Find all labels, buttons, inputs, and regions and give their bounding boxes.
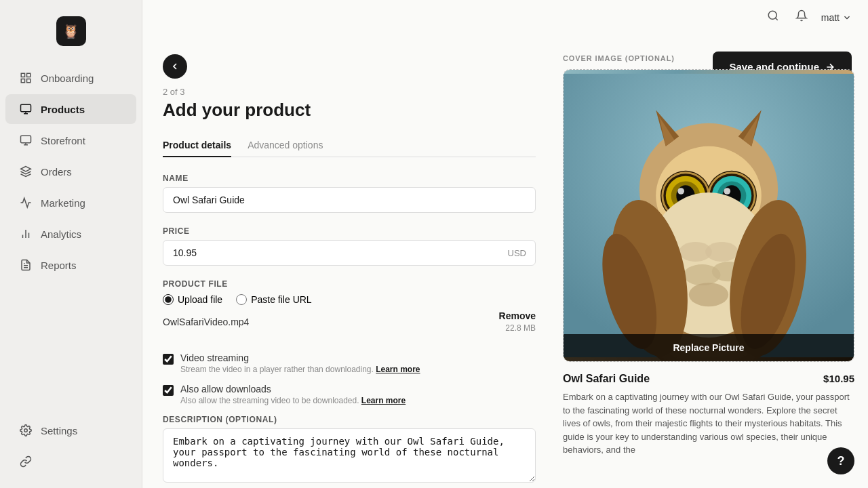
sidebar-item-label: Settings <box>41 425 77 436</box>
svg-point-27 <box>677 188 684 195</box>
price-wrapper: USD <box>163 240 536 266</box>
sidebar-item-label: Storefront <box>41 135 85 146</box>
sidebar: 🦉 Onboarding Products Storefront Orders … <box>0 0 142 488</box>
analytics-icon <box>19 227 33 241</box>
preview-product-price: $10.95 <box>823 373 854 384</box>
main-area: matt 2 of 3 Add your product Save and co… <box>142 0 868 488</box>
video-streaming-option: Video streaming Stream the video in a pl… <box>163 352 536 374</box>
svg-point-38 <box>689 283 728 306</box>
video-streaming-label: Video streaming <box>180 352 420 363</box>
preview-panel: COVER IMAGE (OPTIONAL) <box>556 0 868 488</box>
sidebar-item-label: Reports <box>41 260 77 271</box>
sidebar-item-settings[interactable]: Settings <box>5 415 136 445</box>
marketing-icon <box>19 196 33 209</box>
sidebar-item-label: Products <box>41 104 85 115</box>
sidebar-item-label: Onboarding <box>41 73 94 84</box>
products-icon <box>19 102 33 116</box>
file-size: 22.8 MB <box>505 323 536 333</box>
remove-file-link[interactable]: Remove <box>499 310 536 321</box>
name-group: NAME <box>163 174 536 213</box>
preview-product-name: Owl Safari Guide <box>563 373 650 385</box>
also-allow-option: Also allow downloads Also allow the stre… <box>163 384 536 405</box>
svg-rect-1 <box>21 136 31 143</box>
sidebar-item-orders[interactable]: Orders <box>5 157 136 186</box>
also-allow-checkbox[interactable] <box>163 385 174 396</box>
paste-url-radio[interactable] <box>236 294 247 305</box>
tab-advanced-options[interactable]: Advanced options <box>248 134 323 157</box>
sidebar-item-analytics[interactable]: Analytics <box>5 219 136 249</box>
tabs: Product details Advanced options <box>163 134 536 157</box>
svg-point-28 <box>724 188 730 195</box>
price-input[interactable] <box>163 240 536 266</box>
sidebar-logo: 🦉 <box>0 11 142 62</box>
sidebar-item-label: Marketing <box>41 197 85 209</box>
owl-image <box>564 70 854 361</box>
upload-file-option[interactable]: Upload file <box>163 294 222 305</box>
content-area: matt 2 of 3 Add your product Save and co… <box>142 0 556 488</box>
checkbox-group: Video streaming Stream the video in a pl… <box>163 352 536 405</box>
step-label: 2 of 3 <box>163 87 536 97</box>
sidebar-item-reports[interactable]: Reports <box>5 250 136 280</box>
orders-icon <box>19 165 33 178</box>
name-input[interactable] <box>163 187 536 213</box>
product-info-row: Owl Safari Guide $10.95 <box>563 373 854 385</box>
product-file-label: PRODUCT FILE <box>163 279 536 289</box>
also-allow-text: Also allow downloads Also allow the stre… <box>180 384 406 405</box>
file-meta: Remove 22.8 MB <box>499 310 536 333</box>
price-group: PRICE USD <box>163 226 536 266</box>
sidebar-bottom: Settings <box>0 415 142 477</box>
description-group: DESCRIPTION (OPTIONAL) Embark on a capti… <box>163 415 536 485</box>
svg-rect-0 <box>21 104 31 112</box>
radio-group: Upload file Paste file URL <box>163 294 536 305</box>
sidebar-item-storefront[interactable]: Storefront <box>5 125 136 155</box>
page-wrapper: 2 of 3 Add your product Save and continu… <box>163 14 536 488</box>
video-streaming-desc: Stream the video in a player rather than… <box>180 365 420 374</box>
sidebar-item-label: Orders <box>41 166 72 178</box>
svg-point-35 <box>705 242 738 262</box>
app-logo: 🦉 <box>56 16 86 46</box>
price-label: PRICE <box>163 226 536 236</box>
sidebar-item-integrations[interactable] <box>5 447 136 476</box>
upload-file-radio[interactable] <box>163 294 174 305</box>
tab-product-details[interactable]: Product details <box>163 134 231 157</box>
reports-icon <box>19 258 33 272</box>
sidebar-item-onboarding[interactable]: Onboarding <box>5 63 136 93</box>
sidebar-item-marketing[interactable]: Marketing <box>5 188 136 218</box>
video-streaming-checkbox[interactable] <box>163 354 174 365</box>
video-streaming-learn-more[interactable]: Learn more <box>376 365 420 374</box>
file-row: OwlSafariVideo.mp4 Remove 22.8 MB <box>163 305 536 339</box>
description-textarea[interactable]: Embark on a captivating journey with our… <box>163 428 536 483</box>
preview-product-desc: Embark on a captivating journey with our… <box>563 390 854 457</box>
help-button[interactable]: ? <box>827 447 854 474</box>
sidebar-item-label: Analytics <box>41 228 81 240</box>
description-label: DESCRIPTION (OPTIONAL) <box>163 415 536 424</box>
sidebar-item-products[interactable]: Products <box>5 94 136 124</box>
onboarding-icon <box>19 71 33 85</box>
storefront-icon <box>19 134 33 147</box>
also-allow-learn-more[interactable]: Learn more <box>361 396 406 405</box>
upload-file-label: Upload file <box>178 294 222 305</box>
product-file-group: PRODUCT FILE Upload file Paste file URL … <box>163 279 536 339</box>
paste-url-option[interactable]: Paste file URL <box>236 294 311 305</box>
replace-picture-button[interactable]: Replace Picture <box>564 334 854 361</box>
integrations-icon <box>19 455 33 468</box>
paste-url-label: Paste file URL <box>251 294 311 305</box>
back-button[interactable] <box>163 54 187 79</box>
also-allow-desc: Also allow the streaming video to be dow… <box>180 396 406 405</box>
currency-label: USD <box>508 248 526 258</box>
settings-icon <box>19 424 33 437</box>
page-title: Add your product <box>163 100 536 121</box>
video-streaming-text: Video streaming Stream the video in a pl… <box>180 352 420 374</box>
top-bar: matt <box>142 0 556 35</box>
also-allow-label: Also allow downloads <box>180 384 406 394</box>
svg-point-9 <box>24 429 28 432</box>
cover-image-container: Replace Picture <box>563 69 854 362</box>
name-label: NAME <box>163 174 536 183</box>
file-name: OwlSafariVideo.mp4 <box>163 317 249 327</box>
